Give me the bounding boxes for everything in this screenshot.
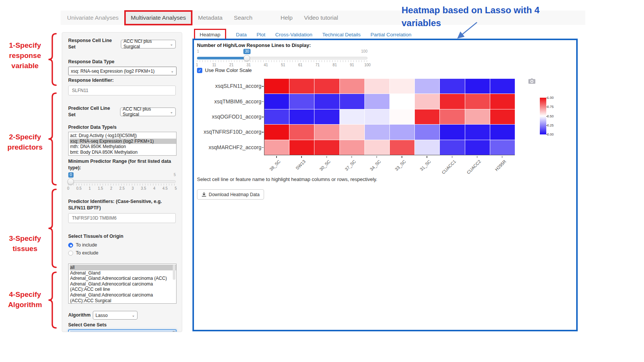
heatmap-cell[interactable] <box>264 140 289 155</box>
heatmap-cell[interactable] <box>465 140 490 155</box>
min-predictor-range-slider[interactable]: 0 5 00.511.522.533.544.55 <box>68 180 176 194</box>
heatmap-row-label[interactable]: xsqSLFN11_accorg <box>196 83 261 89</box>
radio-button[interactable] <box>68 243 73 248</box>
heatmap-cell[interactable] <box>490 79 515 94</box>
heatmap-cell[interactable] <box>340 94 364 109</box>
heatmap-cell[interactable] <box>490 109 515 124</box>
heatmap-cell[interactable] <box>390 79 414 94</box>
list-option[interactable]: All Gene Sets <box>70 331 176 332</box>
download-heatmap-button[interactable]: Download Heatmap Data <box>197 189 264 200</box>
radio-button[interactable] <box>68 251 73 256</box>
nav-item-metadata[interactable]: Metadata <box>192 11 228 25</box>
list-option[interactable]: Adrenal_Gland:Adrenocortical carcinoma (… <box>70 292 176 303</box>
response-data-type-select[interactable]: xsq: RNA-seq Expression (log2 FPKM+1) ⌄ <box>68 67 177 75</box>
heatmap-cell[interactable] <box>289 79 314 94</box>
heatmap-cell[interactable] <box>314 109 339 124</box>
list-option[interactable]: Adrenal_Gland:Adrenocortical carcinoma (… <box>70 276 176 281</box>
tab-cross-validation[interactable]: Cross-Validation <box>275 32 313 37</box>
heatmap-cell[interactable] <box>415 94 439 109</box>
heatmap-row-label[interactable]: xsqTMBIM6_accorg <box>196 98 261 105</box>
response-cell-line-set-select[interactable]: ACC NCI plus Surgical ⌄ <box>121 40 176 48</box>
nav-item-help[interactable]: Help <box>275 11 298 25</box>
heatmap-cell[interactable] <box>465 109 490 124</box>
heatmap-cell[interactable] <box>264 79 289 94</box>
heatmap-cell[interactable] <box>390 109 414 124</box>
heatmap-cell[interactable] <box>490 125 515 139</box>
heatmap-cell[interactable] <box>390 140 414 155</box>
nav-item-multivariate-analyses[interactable]: Multivariate Analyses <box>124 10 192 25</box>
tab-plot[interactable]: Plot <box>256 32 265 37</box>
heatmap-cell[interactable] <box>390 125 414 139</box>
heatmap-cell[interactable] <box>314 140 339 155</box>
predictor-cell-line-set-select[interactable]: ACC NCI plus Surgical ⌄ <box>120 108 176 116</box>
list-option[interactable]: xsq: RNA-seq Expression (log2 FPKM+1) <box>70 139 176 144</box>
heatmap-col-label[interactable]: 30_SC <box>319 159 331 172</box>
heatmap-cell[interactable] <box>289 140 314 155</box>
tab-partial-correlation[interactable]: Partial Correlation <box>370 32 411 37</box>
list-option[interactable]: Adrenal_Gland:Adrenocortical carcinoma (… <box>70 281 176 292</box>
heatmap-cell[interactable] <box>365 94 389 109</box>
heatmap-col-label[interactable]: CUACC2 <box>466 159 482 175</box>
algorithm-select[interactable]: Lasso ⌄ <box>93 311 138 320</box>
heatmap-cell[interactable] <box>415 79 439 94</box>
heatmap-cell[interactable] <box>289 109 314 124</box>
heatmap-cell[interactable] <box>264 125 289 139</box>
heatmap-cell[interactable] <box>465 125 490 139</box>
heatmap-cell[interactable] <box>340 109 364 124</box>
tab-data[interactable]: Data <box>236 32 247 37</box>
heatmap-cell[interactable] <box>314 94 339 109</box>
heatmap-cell[interactable] <box>415 125 439 139</box>
heatmap-cell[interactable] <box>314 125 339 139</box>
heatmap-col-label[interactable]: H295R <box>494 159 507 172</box>
tissue-radio-to-exclude[interactable]: To exclude <box>68 250 176 256</box>
heatmap-col-label[interactable]: 37_SC <box>344 159 356 172</box>
heatmap-cell[interactable] <box>365 140 389 155</box>
heatmap-col-label[interactable]: 38_SC <box>269 159 281 172</box>
predictor-identifiers-input[interactable] <box>68 213 176 223</box>
heatmap-cell[interactable] <box>415 109 439 124</box>
heatmap-cell[interactable] <box>440 140 464 155</box>
slider-track[interactable] <box>68 180 176 183</box>
heatmap-cell[interactable] <box>440 125 464 139</box>
camera-icon[interactable] <box>528 78 536 84</box>
heatmap-cell[interactable] <box>314 79 339 94</box>
heatmap-cell[interactable] <box>289 125 314 139</box>
scrollbar-thumb[interactable] <box>172 331 175 332</box>
list-option[interactable]: Adrenal_Gland <box>70 270 176 276</box>
row-color-scale-checkbox[interactable]: ✓ Use Row Color Scale <box>197 67 252 73</box>
list-option[interactable]: act: Drug Activity (-log10[IC50M]) <box>70 133 176 139</box>
heatmap-cell[interactable] <box>264 109 289 124</box>
tissue-list[interactable]: allAdrenal_GlandAdrenal_Gland:Adrenocort… <box>68 264 177 304</box>
heatmap-col-label[interactable]: 33_SC <box>394 159 406 172</box>
heatmap-cell[interactable] <box>440 79 464 94</box>
heatmap-cell[interactable] <box>465 79 490 94</box>
heatmap-cell[interactable] <box>415 140 439 155</box>
heatmap-cell[interactable] <box>365 79 389 94</box>
predictor-data-type-list[interactable]: act: Drug Activity (-log10[IC50M])xsq: R… <box>68 132 177 156</box>
heatmap-cell[interactable] <box>440 94 464 109</box>
nav-item-search[interactable]: Search <box>228 11 258 25</box>
nav-item-univariate-analyses[interactable]: Univariate Analyses <box>61 11 124 25</box>
heatmap-row-label[interactable]: xsqOGFOD1_accorg <box>196 114 261 120</box>
heatmap-cell[interactable] <box>340 125 364 139</box>
heatmap-cell[interactable] <box>490 140 515 155</box>
heatmap-col-label[interactable]: 31_SC <box>419 159 431 172</box>
gene-set-list[interactable]: All Gene SetsABC transportersApoptosisCe… <box>68 329 177 332</box>
heatmap-row-label[interactable]: xsqMARCHF2_accorg <box>196 144 261 150</box>
list-option[interactable]: mth: DNA 850K Methylation <box>70 144 176 150</box>
list-option[interactable]: bmt: Body DNA 850K Methylation <box>70 150 176 155</box>
list-option[interactable]: all <box>70 265 176 270</box>
heatmap-col-label[interactable]: CUACC1 <box>441 159 457 175</box>
tissue-radio-to-include[interactable]: To include <box>68 242 176 248</box>
heatmap-col-label[interactable]: 34_SC <box>369 159 381 172</box>
scrollbar-thumb[interactable] <box>173 265 175 280</box>
nav-item-video-tutorial[interactable]: Video tutorial <box>298 11 344 25</box>
heatmap-cell[interactable] <box>264 94 289 109</box>
heatmap-row-label[interactable]: xsqTNFRSF10D_accorg <box>196 129 261 135</box>
heatmap-cell[interactable] <box>390 94 414 109</box>
heatmap-col-label[interactable]: SW13 <box>295 159 306 171</box>
tab-technical-details[interactable]: Technical Details <box>322 32 361 37</box>
response-identifier-input[interactable] <box>68 86 176 95</box>
heatmap-cell[interactable] <box>340 79 364 94</box>
heatmap-cell[interactable] <box>465 94 490 109</box>
